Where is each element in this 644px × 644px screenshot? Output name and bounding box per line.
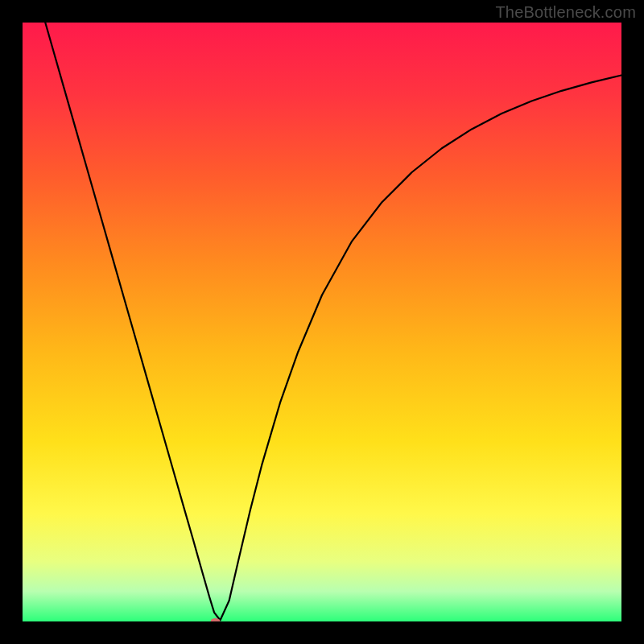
watermark-text: TheBottleneck.com [495, 3, 636, 22]
chart-frame: TheBottleneck.com [0, 0, 644, 644]
chart-svg [23, 23, 621, 621]
plot-area [23, 23, 621, 621]
gradient-background [23, 23, 621, 621]
